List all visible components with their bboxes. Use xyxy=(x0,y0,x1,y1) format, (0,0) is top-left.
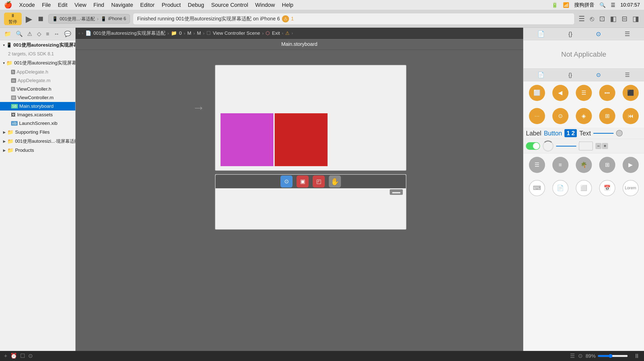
palette-media[interactable]: ⬛ xyxy=(619,83,642,102)
sidebar-report-icon[interactable]: ≡ xyxy=(44,30,51,38)
breadcrumb-project[interactable]: 001使用autoresizing实现屏幕适配 xyxy=(93,30,165,37)
tree-item-viewcontroller-h[interactable]: h ViewController.h xyxy=(0,85,75,93)
palette-white[interactable]: ⬜ xyxy=(572,178,595,198)
tree-item-tests[interactable]: ▶ 📁 001使用autoresizi...·现屏幕适配Tests xyxy=(0,137,75,146)
status-layout-icon[interactable]: ☰ xyxy=(570,353,575,359)
menu-source-control[interactable]: Source Control xyxy=(211,2,248,8)
menu-view[interactable]: View xyxy=(75,2,86,8)
sidebar-search-icon[interactable]: 🔍 xyxy=(14,30,25,38)
navigator-toggle[interactable]: ◧ xyxy=(609,14,618,24)
breadcrumb-nav-right[interactable]: › xyxy=(82,31,83,35)
tree-item-main-group[interactable]: ▾ 📁 001使用autoresizing实现屏幕适配 xyxy=(0,58,75,68)
run-button[interactable]: ▶ xyxy=(25,13,33,25)
palette-tableview-controller[interactable]: ☰ xyxy=(572,83,595,102)
tree-item-project[interactable]: ▾ 📱 001使用autoresizing实现屏幕适配 xyxy=(0,40,75,50)
breadcrumb-nav-left[interactable]: ‹ xyxy=(79,31,80,35)
status-add-icon[interactable]: + xyxy=(4,353,7,359)
menu-xcode[interactable]: Xcode xyxy=(19,2,35,8)
breadcrumb-right-nav[interactable]: ‹ xyxy=(282,31,283,35)
palette-calc[interactable]: ⌨ xyxy=(525,178,548,198)
qi-button[interactable]: Button xyxy=(544,130,562,137)
palette-icon-code[interactable]: {} xyxy=(566,70,575,80)
menu-debug[interactable]: Debug xyxy=(188,2,204,8)
menu-product[interactable]: Product xyxy=(162,2,181,8)
palette-lorem[interactable]: Lorem xyxy=(619,178,642,198)
palette-nav-controller[interactable]: ◀ xyxy=(549,83,572,102)
tree-item-appdelegate-m[interactable]: m AppDelegate.m xyxy=(0,76,75,85)
tree-item-viewcontroller-m[interactable]: m ViewController.m xyxy=(0,93,75,102)
breadcrumb-0[interactable]: 0 xyxy=(179,30,182,36)
canvas-content[interactable]: → ⊙ ▣ ◰ xyxy=(76,50,523,351)
breadcrumb-vc-scene[interactable]: View Controller Scene xyxy=(213,30,260,36)
stop-button[interactable]: ⏹ xyxy=(36,14,45,24)
editor-standard-button[interactable]: ☰ xyxy=(578,14,586,24)
editor-version-button[interactable]: ⊡ xyxy=(598,14,606,24)
sidebar-breakpoint-icon[interactable]: ◇ xyxy=(35,30,43,38)
qi-label[interactable]: Label xyxy=(526,130,541,137)
debug-toggle[interactable]: ⊟ xyxy=(621,14,628,24)
qi-step-control[interactable]: − + xyxy=(595,143,608,149)
notification-icon[interactable]: ☰ xyxy=(611,2,615,8)
right-icon-layout[interactable]: ☰ xyxy=(623,29,632,39)
menu-editor[interactable]: Editor xyxy=(140,2,155,8)
palette-list[interactable]: ≡ xyxy=(549,155,572,174)
tree-item-launchscreen[interactable]: xib LaunchScreen.xib xyxy=(0,119,75,128)
sidebar-collapse-icon[interactable]: ⏸ xyxy=(634,352,640,359)
menu-file[interactable]: File xyxy=(42,2,51,8)
palette-grid2[interactable]: ⊞ xyxy=(596,155,619,174)
breadcrumb-m2[interactable]: M xyxy=(197,30,201,36)
palette-icon-file[interactable]: 📄 xyxy=(535,70,547,80)
breadcrumb-m1[interactable]: M xyxy=(187,30,191,36)
status-recent-icon[interactable]: ⏰ xyxy=(10,353,17,359)
editor-assistant-button[interactable]: ⎋ xyxy=(589,14,595,24)
canvas-tab[interactable]: Main.storyboard xyxy=(76,39,523,50)
sidebar-comment-icon[interactable]: 💬 xyxy=(62,30,73,38)
utilities-toggle[interactable]: ◨ xyxy=(631,14,640,24)
palette-grid[interactable]: ⊞ xyxy=(596,106,619,126)
menu-help[interactable]: Help xyxy=(282,2,293,8)
palette-view-controller[interactable]: ⬜ xyxy=(525,83,548,102)
tree-item-main-storyboard[interactable]: SB Main.storyboard xyxy=(0,102,75,111)
palette-cube[interactable]: ◈ xyxy=(572,106,595,126)
breadcrumb-more-nav[interactable]: › xyxy=(292,31,293,35)
pause-button[interactable]: ⏸ 暂停 xyxy=(4,13,22,25)
palette-icon-layout[interactable]: ☰ xyxy=(622,70,632,80)
menu-navigate[interactable]: Navigate xyxy=(111,2,133,8)
palette-dots[interactable]: ⋯ xyxy=(525,106,548,126)
palette-palm[interactable]: 🌴 xyxy=(572,155,595,174)
red-rect[interactable] xyxy=(275,113,328,166)
apple-menu[interactable]: 🍎 xyxy=(4,1,12,9)
qi-toggle[interactable] xyxy=(526,142,540,150)
right-icon-target[interactable]: ⊙ xyxy=(594,29,603,39)
popover-icon-2[interactable]: ▣ xyxy=(297,175,309,188)
sidebar-folder-icon[interactable]: 📁 xyxy=(2,30,13,38)
zoom-slider[interactable] xyxy=(598,354,628,358)
status-refresh-icon[interactable]: ⊙ xyxy=(578,353,583,359)
tree-item-supporting-files[interactable]: ▶ 📁 Supporting Files xyxy=(0,128,75,137)
palette-doc[interactable]: 📄 xyxy=(549,178,572,198)
breadcrumb-exit[interactable]: Exit xyxy=(272,30,280,36)
popover-icon-4[interactable]: ✋ xyxy=(329,175,341,188)
status-filter-icon[interactable]: ☐ xyxy=(20,353,25,359)
palette-calendar[interactable]: 📅 xyxy=(596,178,619,198)
palette-rewind[interactable]: ⏮ xyxy=(619,106,642,126)
right-icon-code[interactable]: {} xyxy=(566,29,575,39)
popover-icon-1[interactable]: ⊙ xyxy=(280,175,293,188)
popover-icon-3[interactable]: ◰ xyxy=(313,175,325,188)
input-method[interactable]: 搜狗拼音 xyxy=(574,2,594,8)
purple-rect[interactable] xyxy=(221,113,273,166)
search-icon[interactable]: 🔍 xyxy=(599,2,606,8)
menu-window[interactable]: Window xyxy=(255,2,275,8)
tree-item-products[interactable]: ▶ 📁 Products xyxy=(0,146,75,155)
palette-icon-target[interactable]: ⊙ xyxy=(594,70,603,80)
sidebar-warning-icon[interactable]: ⚠ xyxy=(25,30,34,38)
menu-find[interactable]: Find xyxy=(93,2,104,8)
right-icon-file[interactable]: 📄 xyxy=(535,29,547,39)
qi-stepper[interactable]: 1 2 xyxy=(564,129,577,137)
tree-item-images[interactable]: 🖼 Images.xcassets xyxy=(0,111,75,119)
tree-item-appdelegate-h[interactable]: h AppDelegate.h xyxy=(0,68,75,76)
qi-text[interactable]: Text xyxy=(579,130,591,137)
view-controller-scene[interactable]: ⊙ ▣ ◰ ✋ ▬▬ xyxy=(215,65,406,230)
status-target-icon[interactable]: ⊙ xyxy=(28,353,33,359)
scheme-selector[interactable]: 📱 001使用...·幕适配 › 📱 iPhone 6 xyxy=(48,14,130,24)
